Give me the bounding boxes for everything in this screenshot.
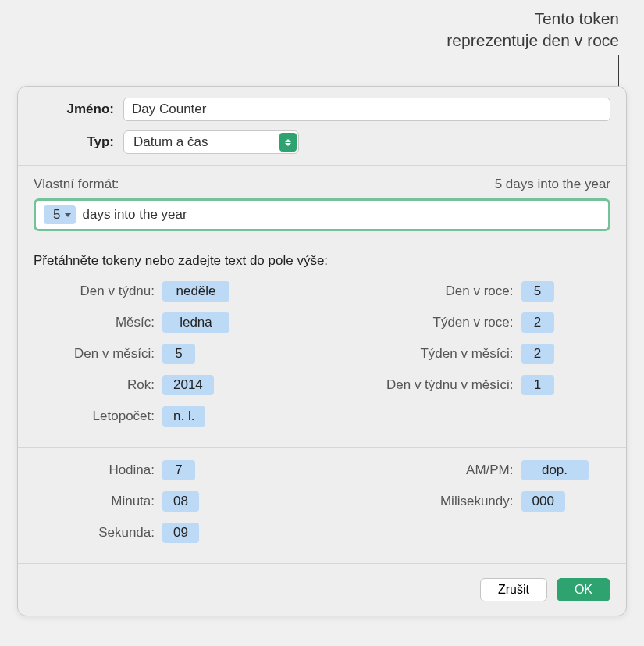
tok-label: Týden v měsíci: <box>338 346 521 362</box>
drag-hint: Přetáhněte tokeny nebo zadejte text do p… <box>34 253 610 269</box>
format-section: Vlastní formát: 5 days into the year 5 d… <box>18 166 626 242</box>
tok-label: Letopočet: <box>34 409 162 424</box>
type-select[interactable]: Datum a čas <box>123 130 299 154</box>
token-minute[interactable]: 08 <box>162 491 199 512</box>
token-week-of-year[interactable]: 2 <box>521 312 554 333</box>
format-label: Vlastní formát: <box>34 177 119 192</box>
callout-line1: Tento token <box>447 8 619 30</box>
format-field[interactable]: 5 days into the year <box>34 198 610 231</box>
dialog-footer: Zrušit OK <box>18 564 626 616</box>
date-tokens-right: Den v roce:5 Týden v roce:2 Týden v měsí… <box>338 280 611 436</box>
callout-line2: reprezentuje den v roce <box>447 30 619 52</box>
ok-button[interactable]: OK <box>557 578 610 601</box>
format-preview: 5 days into the year <box>495 177 610 192</box>
tok-label: Milisekundy: <box>338 494 521 509</box>
token-day-of-month[interactable]: 5 <box>162 344 195 364</box>
tok-label: Den v měsíci: <box>34 346 162 362</box>
token-day-of-week[interactable]: neděle <box>162 281 229 302</box>
tok-label: Hodina: <box>34 462 162 478</box>
format-token-value: 5 <box>53 207 60 223</box>
token-month[interactable]: ledna <box>162 312 229 333</box>
time-tokens-right: AM/PM:dop. Milisekundy:000 <box>338 459 611 552</box>
tok-label: Minuta: <box>34 494 162 509</box>
tok-label: Den v týdnu: <box>34 284 162 299</box>
token-week-of-month[interactable]: 2 <box>521 344 554 364</box>
updown-icon <box>279 133 297 152</box>
chevron-down-icon <box>65 213 71 217</box>
time-tokens-left: Hodina:7 Minuta:08 Sekunda:09 <box>34 459 307 552</box>
token-day-of-year[interactable]: 5 <box>521 281 554 302</box>
tok-label: Týden v roce: <box>338 315 521 330</box>
format-token-day-of-year[interactable]: 5 <box>44 205 76 224</box>
date-tokens-left: Den v týdnu:neděle Měsíc:ledna Den v měs… <box>34 280 307 436</box>
name-label: Jméno: <box>34 102 123 117</box>
tok-label: Den v roce: <box>338 284 521 299</box>
name-input[interactable] <box>123 98 610 121</box>
token-weekday-of-month[interactable]: 1 <box>521 375 554 395</box>
token-era[interactable]: n. l. <box>162 406 205 427</box>
token-ampm[interactable]: dop. <box>521 460 589 480</box>
header-section: Jméno: Typ: Datum a čas <box>18 87 626 165</box>
token-second[interactable]: 09 <box>162 523 199 543</box>
tok-label: Měsíc: <box>34 315 162 330</box>
tok-label: Rok: <box>34 377 162 393</box>
token-year[interactable]: 2014 <box>162 375 214 395</box>
time-tokens-section: Hodina:7 Minuta:08 Sekunda:09 AM/PM:dop.… <box>18 448 626 563</box>
format-literal-text: days into the year <box>82 207 187 223</box>
format-dialog: Jméno: Typ: Datum a čas Vlastní formát: … <box>17 86 627 616</box>
token-milliseconds[interactable]: 000 <box>521 491 565 512</box>
token-hour[interactable]: 7 <box>162 460 195 480</box>
tok-label: AM/PM: <box>338 462 521 478</box>
tokens-section: Přetáhněte tokeny nebo zadejte text do p… <box>18 242 626 447</box>
callout-text: Tento token reprezentuje den v roce <box>447 8 619 52</box>
tok-label: Den v týdnu v měsíci: <box>338 377 521 393</box>
cancel-button[interactable]: Zrušit <box>480 578 547 601</box>
type-select-value: Datum a čas <box>133 134 208 150</box>
tok-label: Sekunda: <box>34 525 162 541</box>
type-label: Typ: <box>34 134 123 150</box>
